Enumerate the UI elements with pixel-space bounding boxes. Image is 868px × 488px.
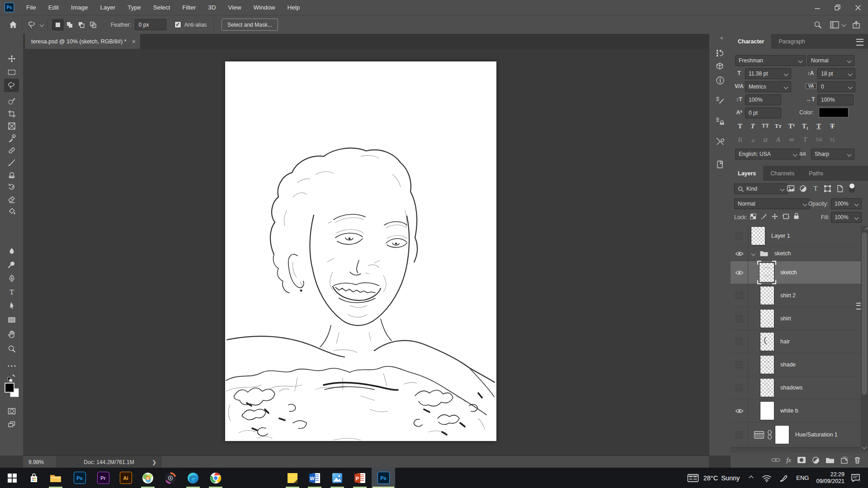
antialias-mode-select[interactable]: Sharp: [811, 149, 854, 160]
crop-tool[interactable]: [4, 108, 19, 119]
paint-bucket-tool[interactable]: [4, 206, 19, 217]
move-tool[interactable]: [4, 53, 19, 64]
menu-edit[interactable]: Edit: [48, 4, 59, 11]
close-button[interactable]: [848, 0, 868, 15]
pen-icon[interactable]: [779, 474, 788, 483]
type-tool[interactable]: T: [4, 286, 19, 297]
layer-filter-select[interactable]: Kind: [734, 183, 788, 194]
tab-character[interactable]: Character: [731, 34, 771, 49]
info-panel-icon[interactable]: [715, 75, 725, 85]
taskbar-sticky-notes-icon[interactable]: [281, 468, 304, 488]
workspace-chevron-icon[interactable]: [842, 23, 846, 27]
opacity-field[interactable]: 100%: [831, 198, 862, 209]
link-layers-icon[interactable]: [771, 457, 780, 463]
tray-expand-chevron-icon[interactable]: [749, 476, 754, 480]
tab-close-icon[interactable]: ×: [132, 38, 136, 45]
visibility-toggle[interactable]: [731, 307, 748, 330]
language-indicator[interactable]: ENG: [796, 474, 809, 481]
layer-style-fx-icon[interactable]: fx: [786, 456, 791, 464]
adjustment-mask-thumbnail[interactable]: [775, 425, 789, 444]
tab-paths[interactable]: Paths: [802, 166, 830, 181]
foreground-color-swatch[interactable]: [5, 383, 14, 393]
layer-row-group-sketch[interactable]: sketch: [731, 246, 861, 261]
lock-position-icon[interactable]: [771, 213, 778, 220]
zoom-tool[interactable]: [4, 343, 19, 354]
visibility-off-box[interactable]: [736, 361, 743, 368]
history-panel-icon[interactable]: [715, 48, 725, 58]
lock-transparency-icon[interactable]: [750, 213, 757, 220]
layer-thumbnail[interactable]: [760, 378, 774, 397]
menu-help[interactable]: Help: [287, 4, 300, 11]
menu-image[interactable]: Image: [71, 4, 88, 11]
layer-name[interactable]: hair: [780, 338, 790, 345]
visibility-toggle[interactable]: [731, 353, 748, 376]
canvas-area[interactable]: [23, 49, 709, 455]
baseline-shift-field[interactable]: 0 pt: [745, 108, 781, 118]
taskbar-photoshop-icon[interactable]: Ps: [68, 468, 91, 488]
text-color-swatch[interactable]: [819, 108, 848, 117]
menu-layer[interactable]: Layer: [100, 4, 116, 11]
layers-scrollbar[interactable]: [861, 226, 868, 451]
layer-thumbnail[interactable]: [760, 332, 774, 351]
eraser-tool[interactable]: [4, 193, 19, 205]
color-swatches[interactable]: [5, 383, 20, 398]
ordinals-button[interactable]: 1st: [813, 136, 825, 143]
ligatures-button[interactable]: fi: [734, 136, 746, 144]
menu-type[interactable]: Type: [127, 4, 141, 11]
language-select[interactable]: English: USA: [735, 149, 800, 160]
filter-pixel-layers-icon[interactable]: [787, 185, 795, 192]
taskbar-edge-icon[interactable]: [181, 468, 205, 488]
font-size-select[interactable]: 11.38 pt: [745, 68, 791, 79]
layer-row-shirt[interactable]: shirt: [731, 307, 861, 330]
visibility-toggle[interactable]: [731, 399, 748, 422]
fill-field[interactable]: 100%: [831, 212, 862, 223]
quick-mask-icon[interactable]: [4, 405, 19, 417]
layer-thumbnail[interactable]: [760, 286, 774, 305]
blur-tool[interactable]: [4, 245, 19, 257]
layers-scrollbar-thumb[interactable]: [862, 232, 867, 395]
visibility-off-box[interactable]: [736, 292, 743, 299]
start-button[interactable]: [0, 468, 24, 488]
visibility-toggle[interactable]: [731, 261, 748, 284]
swap-colors-icon[interactable]: [4, 372, 19, 383]
subscript-button[interactable]: T₁: [799, 122, 811, 130]
visibility-toggle[interactable]: [731, 246, 748, 261]
edit-toolbar-icon[interactable]: [4, 360, 19, 371]
visibility-off-box[interactable]: [736, 338, 743, 345]
rectangle-tool[interactable]: [4, 314, 19, 325]
eye-icon[interactable]: [735, 251, 744, 257]
small-caps-button[interactable]: Tᴛ: [772, 122, 784, 130]
layer-name[interactable]: sketch: [780, 269, 797, 276]
notification-center-icon[interactable]: [851, 473, 862, 483]
filter-smart-objects-icon[interactable]: [836, 185, 844, 192]
document-sizes[interactable]: Doc: 144.2M/761.1M ❯: [57, 456, 161, 468]
layer-name[interactable]: shirt: [780, 315, 791, 322]
lasso-tool-preset-icon[interactable]: [27, 20, 43, 30]
taskbar-photoshop-active-icon[interactable]: Ps: [372, 468, 395, 488]
layer-thumbnail[interactable]: [760, 309, 774, 328]
workspace-switcher-icon[interactable]: [830, 21, 845, 29]
visibility-off-box[interactable]: [736, 384, 743, 391]
tool-presets-panel-icon[interactable]: [715, 136, 725, 146]
lasso-tool[interactable]: [4, 79, 19, 92]
document-canvas[interactable]: [225, 61, 496, 441]
group-expand-chevron-icon[interactable]: [751, 251, 756, 256]
stylistic-alternates-button[interactable]: aa: [786, 136, 797, 143]
layer-name[interactable]: shirt 2: [780, 292, 796, 299]
all-caps-button[interactable]: TT: [760, 122, 771, 129]
pen-tool[interactable]: [4, 272, 19, 284]
weather-condition[interactable]: Sunny: [721, 474, 740, 482]
clone-stamp-tool[interactable]: [4, 169, 19, 180]
faux-bold-button[interactable]: T: [734, 122, 746, 130]
visibility-off-box[interactable]: [736, 232, 743, 239]
visibility-toggle[interactable]: [731, 376, 748, 399]
tab-paragraph[interactable]: Paragraph: [771, 34, 812, 49]
leading-select[interactable]: 18 pt: [817, 68, 855, 79]
filter-toggle[interactable]: [849, 183, 855, 193]
visibility-toggle[interactable]: [731, 422, 748, 447]
tab-layers[interactable]: Layers: [731, 166, 763, 181]
filter-shape-layers-icon[interactable]: [824, 185, 831, 192]
visibility-toggle[interactable]: [731, 284, 748, 307]
healing-brush-tool[interactable]: [4, 145, 19, 156]
add-mask-icon[interactable]: [797, 456, 806, 464]
